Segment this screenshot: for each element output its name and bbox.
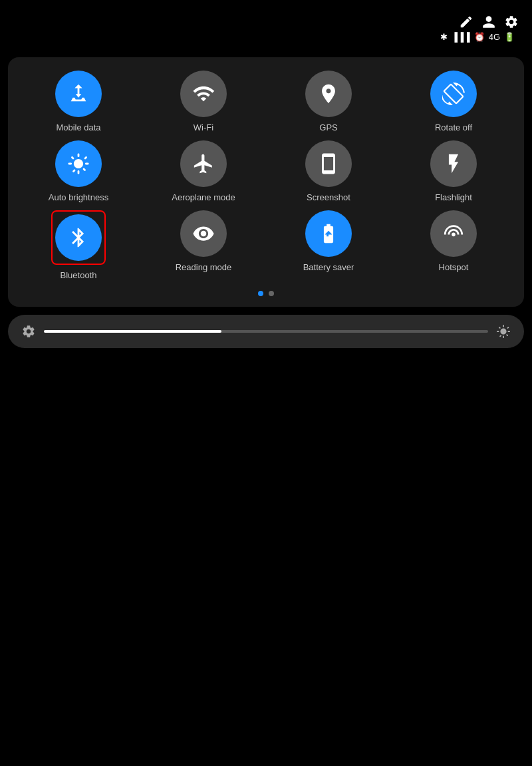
qs-grid: Mobile data Wi-Fi GPS Rotate off Auto br… — [19, 71, 513, 280]
bluetooth-border — [51, 210, 106, 265]
brightness-track[interactable] — [44, 330, 488, 333]
qs-tile-wifi[interactable]: Wi-Fi — [144, 71, 263, 132]
hotspot-icon-circle — [430, 210, 477, 257]
rotate-off-label: Rotate off — [435, 122, 472, 132]
battery-saver-label: Battery saver — [303, 262, 354, 272]
qs-tile-reading-mode[interactable]: Reading mode — [144, 210, 263, 280]
status-indicators: ✱ ▐▐▐ ⏰ 4G 🔋 — [436, 32, 519, 42]
status-top-icons — [459, 15, 519, 29]
reading-mode-label: Reading mode — [176, 262, 232, 272]
bluetooth-label: Bluetooth — [61, 270, 97, 280]
aeroplane-mode-label: Aeroplane mode — [172, 192, 235, 202]
gps-icon-circle — [305, 71, 352, 117]
qs-tile-mobile-data[interactable]: Mobile data — [19, 71, 138, 132]
mobile-data-icon-circle — [55, 71, 102, 117]
battery-saver-icon-circle — [305, 210, 352, 257]
qs-tile-bluetooth[interactable]: Bluetooth — [19, 210, 138, 280]
flashlight-icon-circle — [430, 140, 477, 187]
brightness-bar[interactable] — [8, 315, 524, 348]
flashlight-label: Flashlight — [435, 192, 472, 202]
qs-tile-aeroplane-mode[interactable]: Aeroplane mode — [144, 140, 263, 202]
bluetooth-icon-circle — [55, 214, 102, 261]
mobile-data-label: Mobile data — [56, 122, 100, 132]
qs-tile-gps[interactable]: GPS — [269, 71, 388, 132]
gps-label: GPS — [319, 122, 337, 132]
quick-settings-panel: Mobile data Wi-Fi GPS Rotate off Auto br… — [8, 57, 524, 307]
status-right: ✱ ▐▐▐ ⏰ 4G 🔋 — [436, 15, 519, 42]
aeroplane-mode-icon-circle — [180, 140, 227, 187]
pagination-dots — [19, 291, 513, 296]
wifi-icon-circle — [180, 71, 227, 117]
dot-2 — [269, 291, 274, 296]
edit-icon — [459, 15, 473, 29]
hotspot-label: Hotspot — [439, 262, 469, 272]
qs-tile-flashlight[interactable]: Flashlight — [394, 140, 513, 202]
wifi-label: Wi-Fi — [194, 122, 213, 132]
screenshot-label: Screenshot — [307, 192, 350, 202]
settings-icon[interactable] — [504, 15, 519, 29]
bluetooth-status-icon: ✱ — [440, 32, 448, 42]
status-bar: ✱ ▐▐▐ ⏰ 4G 🔋 — [0, 0, 532, 53]
qs-tile-auto-brightness[interactable]: Auto brightness — [19, 140, 138, 202]
qs-tile-hotspot[interactable]: Hotspot — [394, 210, 513, 280]
user-icon — [481, 15, 496, 29]
network-icon: 4G — [489, 32, 500, 42]
qs-tile-rotate-off[interactable]: Rotate off — [394, 71, 513, 132]
brightness-fill — [44, 330, 221, 333]
auto-brightness-icon-circle — [55, 140, 102, 187]
qs-tile-screenshot[interactable]: Screenshot — [269, 140, 388, 202]
qs-tile-battery-saver[interactable]: Battery saver — [269, 210, 388, 280]
signal-icon: ▐▐▐ — [452, 32, 470, 42]
battery-icon: 🔋 — [504, 32, 515, 42]
alarm-icon: ⏰ — [474, 32, 485, 42]
rotate-off-icon-circle — [430, 71, 477, 117]
dot-1 — [258, 291, 263, 296]
auto-brightness-label: Auto brightness — [49, 192, 108, 202]
settings-gear-icon[interactable] — [21, 324, 36, 339]
screenshot-icon-circle — [305, 140, 352, 187]
reading-mode-icon-circle — [180, 210, 227, 257]
brightness-sun-icon — [496, 324, 511, 339]
